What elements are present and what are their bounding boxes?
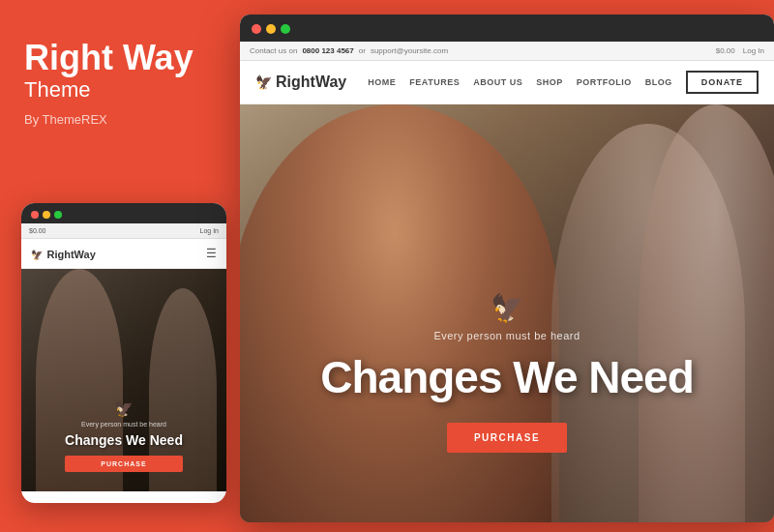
theme-author: By ThemeREX xyxy=(24,112,213,127)
desktop-dot-green xyxy=(281,24,290,34)
desktop-nav: 🦅 RightWay HOME FEATURES ABOUT US SHOP P… xyxy=(240,61,774,104)
desktop-hero-content: 🦅 Every person must be heard Changes We … xyxy=(240,292,774,453)
nav-portfolio[interactable]: PORTFOLIO xyxy=(577,77,632,87)
mobile-hero-tagline: Every person must be heard xyxy=(65,421,183,428)
desktop-hero-heading: Changes We Need xyxy=(240,351,774,403)
mobile-traffic-lights xyxy=(21,203,226,223)
desktop-login[interactable]: Log In xyxy=(743,46,764,55)
mobile-bird-icon: 🦅 xyxy=(31,250,43,260)
left-panel: Right Way Theme By ThemeREX $0.00 Log In… xyxy=(0,0,237,532)
nav-blog[interactable]: BLOG xyxy=(645,77,672,87)
mobile-login[interactable]: Log In xyxy=(200,227,219,234)
nav-home[interactable]: HOME xyxy=(368,77,396,87)
mobile-dot-red xyxy=(31,211,39,219)
mobile-hero: 🦅 Every person must be heard Changes We … xyxy=(21,269,226,491)
desktop-hero-tagline: Every person must be heard xyxy=(240,330,774,341)
mobile-dot-green xyxy=(54,211,62,219)
desktop-top-right: $0.00 Log In xyxy=(716,46,764,55)
contact-prefix: Contact us on xyxy=(250,46,297,55)
nav-features[interactable]: FEATURES xyxy=(409,77,460,87)
mobile-hero-heading: Changes We Need xyxy=(65,432,183,448)
desktop-dot-yellow xyxy=(266,24,276,34)
desktop-contact-info: Contact us on 0800 123 4567 or support@y… xyxy=(250,46,448,55)
contact-email[interactable]: support@yoursite.com xyxy=(371,46,448,55)
desktop-hero-bird-icon: 🦅 xyxy=(240,292,774,324)
theme-title: Right Way Theme xyxy=(24,39,213,103)
desktop-bird-icon: 🦅 xyxy=(255,74,272,90)
desktop-logo: 🦅 RightWay xyxy=(255,74,346,91)
desktop-dot-red xyxy=(252,24,261,34)
mobile-logo-text: RightWay xyxy=(46,249,95,260)
nav-about[interactable]: ABOUT US xyxy=(473,77,522,87)
contact-phone: 0800 123 4567 xyxy=(302,46,353,55)
nav-shop[interactable]: SHOP xyxy=(536,77,563,87)
desktop-mockup: Contact us on 0800 123 4567 or support@y… xyxy=(240,15,774,522)
mobile-dot-yellow xyxy=(43,211,50,219)
mobile-mockup: $0.00 Log In 🦅 RightWay ☰ 🦅 Every person… xyxy=(21,203,226,503)
title-line2: Theme xyxy=(24,77,213,103)
desktop-purchase-button[interactable]: PURCHASE xyxy=(447,423,567,453)
mobile-top-bar: $0.00 Log In xyxy=(21,223,226,239)
mobile-hero-content: 🦅 Every person must be heard Changes We … xyxy=(65,399,183,472)
desktop-hero: 🦅 Every person must be heard Changes We … xyxy=(240,104,774,522)
mobile-hamburger-icon[interactable]: ☰ xyxy=(206,247,217,260)
contact-separator: or xyxy=(359,46,366,55)
mobile-hero-bird-icon: 🦅 xyxy=(65,399,183,418)
donate-button[interactable]: DONATE xyxy=(686,71,759,94)
desktop-nav-links: HOME FEATURES ABOUT US SHOP PORTFOLIO BL… xyxy=(368,71,759,94)
desktop-cart: $0.00 xyxy=(716,46,735,55)
mobile-cart: $0.00 xyxy=(29,227,46,234)
mobile-navbar: 🦅 RightWay ☰ xyxy=(21,239,226,269)
mobile-logo: 🦅 RightWay xyxy=(31,245,96,262)
desktop-logo-text: RightWay xyxy=(276,74,346,91)
mobile-purchase-button[interactable]: PURCHASE xyxy=(65,456,183,472)
desktop-top-bar: Contact us on 0800 123 4567 or support@y… xyxy=(240,42,774,61)
title-line1: Right Way xyxy=(24,39,213,77)
desktop-traffic-lights xyxy=(240,15,774,42)
